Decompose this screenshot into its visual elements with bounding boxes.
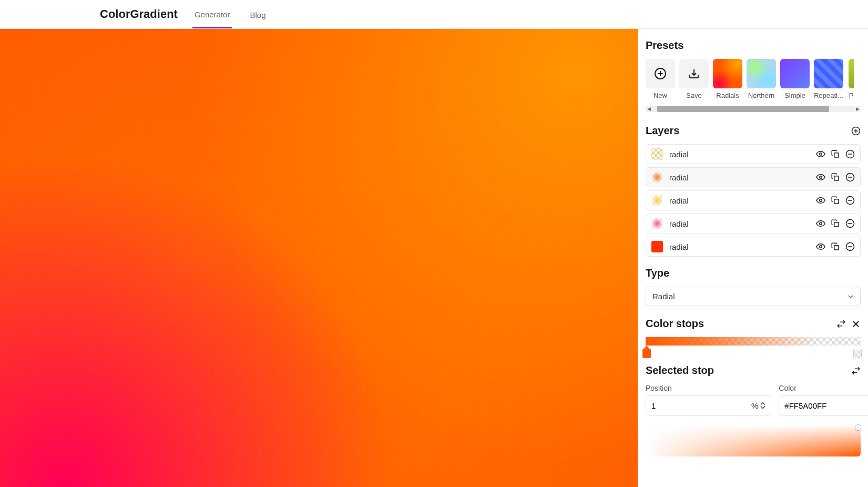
- color-input-wrap[interactable]: [779, 395, 868, 415]
- add-layer-button[interactable]: [851, 126, 861, 136]
- minus-circle-icon[interactable]: [845, 242, 855, 251]
- layer-item[interactable]: radial: [646, 237, 861, 257]
- eye-icon[interactable]: [816, 196, 825, 205]
- position-input-wrap[interactable]: %: [646, 395, 771, 415]
- svg-rect-15: [834, 199, 839, 204]
- color-stops-track[interactable]: [646, 337, 861, 346]
- position-unit: %: [751, 401, 758, 410]
- plus-circle-icon: [646, 59, 675, 88]
- scrollbar-thumb[interactable]: [657, 106, 829, 112]
- sidebar: Presets New Save Radials: [638, 29, 868, 487]
- preset-new[interactable]: New: [646, 59, 675, 99]
- preset-swatch: [780, 59, 810, 88]
- preset-save[interactable]: Save: [679, 59, 709, 99]
- minus-circle-icon[interactable]: [845, 173, 855, 182]
- color-input[interactable]: [784, 401, 868, 410]
- copy-icon[interactable]: [831, 196, 840, 205]
- preset-label: P: [849, 92, 854, 99]
- header: ColorGradient Generator Blog: [0, 0, 868, 29]
- download-icon: [679, 59, 709, 88]
- layer-item[interactable]: radial: [646, 144, 861, 164]
- preset-partial[interactable]: P: [847, 59, 855, 99]
- copy-icon[interactable]: [831, 219, 840, 228]
- app-logo[interactable]: ColorGradient: [100, 7, 178, 21]
- gradient-preview-canvas[interactable]: [0, 29, 638, 487]
- close-icon[interactable]: [851, 319, 861, 329]
- layer-swatch: [651, 195, 663, 206]
- chevron-up-icon[interactable]: [760, 402, 765, 405]
- position-input[interactable]: [651, 401, 751, 410]
- selected-stop-fields: Position % Color: [646, 384, 861, 415]
- eye-icon[interactable]: [816, 219, 825, 228]
- copy-icon[interactable]: [831, 242, 840, 251]
- type-select[interactable]: Radial: [646, 287, 861, 306]
- preset-northern[interactable]: Northern: [747, 59, 776, 99]
- preset-label: Radials: [716, 92, 739, 99]
- color-picker[interactable]: [646, 425, 861, 456]
- layer-item[interactable]: radial: [646, 190, 861, 210]
- position-stepper[interactable]: [760, 402, 765, 409]
- scroll-right-icon[interactable]: ▶: [854, 107, 861, 111]
- layer-swatch: [651, 171, 663, 183]
- swap-icon[interactable]: [836, 319, 846, 329]
- layer-name: radial: [669, 242, 810, 251]
- eye-icon[interactable]: [816, 242, 825, 251]
- scroll-left-icon[interactable]: ◀: [646, 107, 652, 111]
- presets-title: Presets: [646, 39, 861, 52]
- layer-actions: [816, 219, 855, 228]
- layer-swatch: [651, 218, 663, 229]
- preset-label: New: [653, 92, 667, 99]
- position-field: Position %: [646, 384, 771, 415]
- svg-point-14: [820, 199, 822, 202]
- copy-icon[interactable]: [831, 173, 840, 182]
- svg-rect-7: [834, 153, 839, 157]
- color-label: Color: [779, 384, 868, 392]
- color-stops-header: Color stops: [646, 318, 861, 330]
- layer-list: radial radial radial: [646, 144, 861, 257]
- color-stops-title: Color stops: [646, 318, 704, 330]
- layer-actions: [816, 149, 855, 159]
- nav-blog[interactable]: Blog: [248, 1, 268, 27]
- svg-point-22: [820, 246, 822, 248]
- swap-icon[interactable]: [851, 366, 861, 376]
- layer-swatch: [651, 148, 663, 160]
- layer-name: radial: [669, 173, 810, 182]
- svg-point-6: [820, 153, 822, 156]
- presets-row: New Save Radials Northern: [646, 59, 861, 103]
- presets-scrollbar[interactable]: ◀ ▶: [646, 106, 861, 112]
- type-title: Type: [646, 267, 861, 279]
- selected-stop-header: Selected stop: [646, 364, 861, 377]
- eye-icon[interactable]: [816, 173, 825, 182]
- preset-swatch: [849, 59, 854, 88]
- presets-scroll-area: New Save Radials Northern: [646, 59, 861, 112]
- svg-rect-19: [834, 222, 839, 227]
- main-area: Presets New Save Radials: [0, 29, 868, 487]
- preset-radials[interactable]: Radials: [713, 59, 742, 99]
- color-picker-cursor[interactable]: [855, 425, 861, 430]
- chevron-down-icon[interactable]: [760, 405, 765, 409]
- minus-circle-icon[interactable]: [845, 196, 855, 205]
- layer-name: radial: [669, 150, 810, 159]
- color-stop-marker[interactable]: [853, 346, 864, 358]
- layer-swatch: [651, 241, 663, 252]
- preset-repeating[interactable]: Repeati...: [814, 59, 843, 99]
- layer-actions: [816, 242, 855, 251]
- preset-simple[interactable]: Simple: [780, 59, 810, 99]
- position-label: Position: [646, 384, 771, 392]
- minus-circle-icon[interactable]: [845, 149, 855, 159]
- color-stops-bar: [646, 337, 861, 346]
- preset-swatch: [814, 59, 843, 88]
- color-stop-marker[interactable]: [642, 346, 653, 358]
- preset-label: Repeati...: [814, 92, 843, 99]
- layer-item[interactable]: radial: [646, 167, 861, 187]
- preset-swatch: [747, 59, 776, 88]
- nav-generator[interactable]: Generator: [192, 1, 232, 28]
- layer-name: radial: [669, 196, 810, 205]
- layer-actions: [816, 196, 855, 205]
- svg-rect-11: [834, 176, 839, 180]
- layer-item[interactable]: radial: [646, 214, 861, 234]
- preset-label: Save: [686, 92, 702, 99]
- copy-icon[interactable]: [831, 149, 840, 159]
- eye-icon[interactable]: [816, 149, 825, 159]
- minus-circle-icon[interactable]: [845, 219, 855, 228]
